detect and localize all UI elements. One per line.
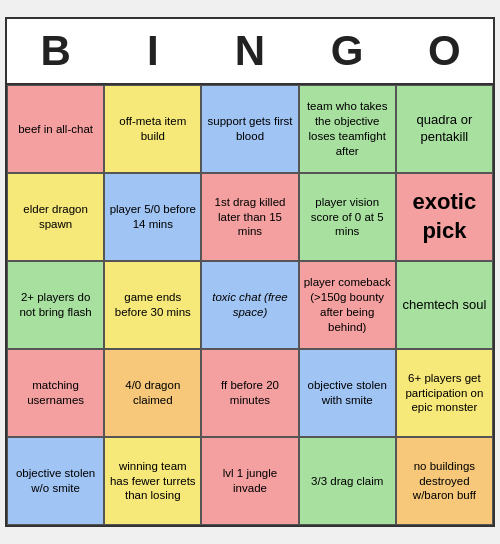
cell-20: objective stolen w/o smite	[7, 437, 104, 525]
cell-5: elder dragon spawn	[7, 173, 104, 261]
cell-3: team who takes the objective loses teamf…	[299, 85, 396, 173]
cell-22: lvl 1 jungle invade	[201, 437, 298, 525]
cell-0: beef in all-chat	[7, 85, 104, 173]
cell-24: no buildings destroyed w/baron buff	[396, 437, 493, 525]
cell-15: matching usernames	[7, 349, 104, 437]
cell-16: 4/0 dragon claimed	[104, 349, 201, 437]
cell-13: player comeback (>150g bounty after bein…	[299, 261, 396, 349]
header-letter-o: O	[400, 27, 488, 75]
cell-10: 2+ players do not bring flash	[7, 261, 104, 349]
bingo-grid: beef in all-chatoff-meta item buildsuppo…	[7, 83, 493, 525]
cell-4: quadra or pentakill	[396, 85, 493, 173]
cell-19: 6+ players get participation on epic mon…	[396, 349, 493, 437]
cell-12: toxic chat (free space)	[201, 261, 298, 349]
cell-1: off-meta item build	[104, 85, 201, 173]
cell-14: chemtech soul	[396, 261, 493, 349]
cell-23: 3/3 drag claim	[299, 437, 396, 525]
cell-11: game ends before 30 mins	[104, 261, 201, 349]
cell-9: exotic pick	[396, 173, 493, 261]
header-letter-g: G	[303, 27, 391, 75]
cell-21: winning team has fewer turrets than losi…	[104, 437, 201, 525]
cell-17: ff before 20 minutes	[201, 349, 298, 437]
bingo-card: BINGO beef in all-chatoff-meta item buil…	[5, 17, 495, 527]
header-letter-i: I	[109, 27, 197, 75]
cell-6: player 5/0 before 14 mins	[104, 173, 201, 261]
cell-2: support gets first blood	[201, 85, 298, 173]
cell-8: player vision score of 0 at 5 mins	[299, 173, 396, 261]
header-letter-b: B	[12, 27, 100, 75]
bingo-header: BINGO	[7, 19, 493, 83]
cell-7: 1st drag killed later than 15 mins	[201, 173, 298, 261]
cell-18: objective stolen with smite	[299, 349, 396, 437]
header-letter-n: N	[206, 27, 294, 75]
